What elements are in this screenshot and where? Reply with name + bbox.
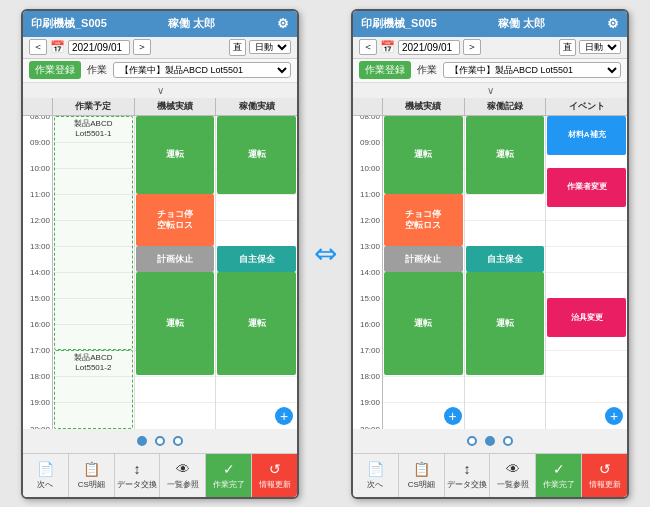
right-phone: 印刷機械_S005 稼働 太郎 ⚙ ＜ 📅 ＞ 直 日動 作業登録 作業 【作業… bbox=[351, 9, 629, 499]
right-gear-icon[interactable]: ⚙ bbox=[607, 16, 619, 31]
left-nav-complete-label: 作業完了 bbox=[213, 479, 245, 490]
left-date-bar: ＜ 📅 ＞ 直 日動 bbox=[23, 37, 297, 59]
t-13: 13:00 bbox=[30, 241, 50, 250]
left-nav-data-label: データ交換 bbox=[117, 479, 157, 490]
right-dots-bar bbox=[353, 429, 627, 453]
left-nav-data[interactable]: ↕ データ交換 bbox=[115, 454, 161, 497]
right-kado-run1: 運転 bbox=[466, 116, 545, 194]
bidirectional-arrow-icon: ⇔ bbox=[314, 237, 337, 270]
right-date-bar: ＜ 📅 ＞ 直 日動 bbox=[353, 37, 627, 59]
left-nav-next-icon: 📄 bbox=[37, 461, 54, 477]
left-gear-icon[interactable]: ⚙ bbox=[277, 16, 289, 31]
left-add-button[interactable]: + bbox=[275, 407, 293, 425]
rt-15: 15:00 bbox=[360, 294, 380, 303]
left-bottom-nav: 📄 次へ 📋 CS明細 ↕ データ交換 👁 一覧参照 ✓ 作業完了 ↺ 情報更 bbox=[23, 453, 297, 497]
left-register-button[interactable]: 作業登録 bbox=[29, 61, 81, 79]
left-nav-update-icon: ↺ bbox=[269, 461, 281, 477]
left-nav-next[interactable]: 📄 次へ bbox=[23, 454, 69, 497]
right-nav-data[interactable]: ↕ データ交換 bbox=[445, 454, 491, 497]
left-action-bar: 作業登録 作業 【作業中】製品ABCD Lot5501 bbox=[23, 59, 297, 83]
right-nav-complete-icon: ✓ bbox=[553, 461, 565, 477]
right-action-label: 作業 bbox=[417, 63, 437, 77]
left-view-select[interactable]: 日動 bbox=[249, 40, 291, 54]
right-register-button[interactable]: 作業登録 bbox=[359, 61, 411, 79]
left-dot-2[interactable] bbox=[155, 436, 165, 446]
rt-14: 14:00 bbox=[360, 268, 380, 277]
left-dot-1[interactable] bbox=[137, 436, 147, 446]
left-nav-list[interactable]: 👁 一覧参照 bbox=[160, 454, 206, 497]
right-col-1: 運転 チョコ停空転ロス 計画休止 運転 + bbox=[383, 116, 465, 429]
right-header: 印刷機械_S005 稼働 太郎 ⚙ bbox=[353, 11, 627, 37]
left-col-1: 製品ABCDLot5501-1 製品ABCDLot5501-2 bbox=[53, 116, 135, 429]
right-dot-3[interactable] bbox=[503, 436, 513, 446]
right-dot-2[interactable] bbox=[485, 436, 495, 446]
right-nav-list-icon: 👁 bbox=[506, 461, 520, 477]
left-task-2: 製品ABCDLot5501-2 bbox=[54, 350, 133, 428]
t-20: 20:00 bbox=[30, 424, 50, 429]
right-action-bar: 作業登録 作業 【作業中】製品ABCD Lot5501 bbox=[353, 59, 627, 83]
right-col1-add-button[interactable]: + bbox=[444, 407, 462, 425]
right-nav-cs[interactable]: 📋 CS明細 bbox=[399, 454, 445, 497]
right-kado-run2: 運転 bbox=[466, 272, 545, 375]
t-18: 18:00 bbox=[30, 372, 50, 381]
left-nav-update[interactable]: ↺ 情報更新 bbox=[252, 454, 297, 497]
left-nav-list-icon: 👁 bbox=[176, 461, 190, 477]
right-expand-icon[interactable]: ∨ bbox=[353, 83, 627, 98]
right-col-header-3: イベント bbox=[546, 98, 627, 115]
right-nav-next-label: 次へ bbox=[367, 479, 383, 490]
t-09: 09:00 bbox=[30, 137, 50, 146]
right-nav-list-label: 一覧参照 bbox=[497, 479, 529, 490]
left-nav-complete[interactable]: ✓ 作業完了 bbox=[206, 454, 252, 497]
left-mach-choco: チョコ停空転ロス bbox=[136, 194, 215, 246]
left-prev-button[interactable]: ＜ bbox=[29, 39, 47, 55]
right-nav-complete[interactable]: ✓ 作業完了 bbox=[536, 454, 582, 497]
right-prev-button[interactable]: ＜ bbox=[359, 39, 377, 55]
left-phone: 印刷機械_S005 稼働 太郎 ⚙ ＜ 📅 ＞ 直 日動 作業登録 作業 【作業… bbox=[21, 9, 299, 499]
right-task-select[interactable]: 【作業中】製品ABCD Lot5501 bbox=[443, 62, 621, 78]
right-col-2: 運転 自主保全 運転 bbox=[465, 116, 547, 429]
left-schedule-area: 作業予定 機械実績 稼働実績 08:00 09:00 10:00 11:00 1… bbox=[23, 98, 297, 429]
left-date-input[interactable] bbox=[68, 40, 130, 55]
right-nav-next[interactable]: 📄 次へ bbox=[353, 454, 399, 497]
right-nav-data-icon: ↕ bbox=[464, 461, 471, 477]
left-action-label: 作業 bbox=[87, 63, 107, 77]
right-nav-next-icon: 📄 bbox=[367, 461, 384, 477]
arrow-container: ⇔ bbox=[307, 237, 343, 270]
right-cal-icon[interactable]: 📅 bbox=[380, 40, 395, 54]
right-time-col-header bbox=[353, 98, 383, 115]
left-nav-list-label: 一覧参照 bbox=[167, 479, 199, 490]
left-task-select[interactable]: 【作業中】製品ABCD Lot5501 bbox=[113, 62, 291, 78]
left-nav-cs-icon: 📋 bbox=[83, 461, 100, 477]
right-next-button[interactable]: ＞ bbox=[463, 39, 481, 55]
right-schedule-header: 機械実績 稼働記録 イベント bbox=[353, 98, 627, 116]
left-col-header-3: 稼働実績 bbox=[216, 98, 297, 115]
right-nav-update[interactable]: ↺ 情報更新 bbox=[582, 454, 627, 497]
left-nav-cs[interactable]: 📋 CS明細 bbox=[69, 454, 115, 497]
left-mach-planned: 計画休止 bbox=[136, 246, 215, 272]
rt-17: 17:00 bbox=[360, 346, 380, 355]
left-nav-data-icon: ↕ bbox=[134, 461, 141, 477]
left-next-button[interactable]: ＞ bbox=[133, 39, 151, 55]
right-date-input[interactable] bbox=[398, 40, 460, 55]
rt-20: 20:00 bbox=[360, 424, 380, 429]
t-14: 14:00 bbox=[30, 268, 50, 277]
left-cal-icon[interactable]: 📅 bbox=[50, 40, 65, 54]
left-dot-3[interactable] bbox=[173, 436, 183, 446]
rt-09: 09:00 bbox=[360, 137, 380, 146]
right-view-select[interactable]: 日動 bbox=[579, 40, 621, 54]
left-col-header-2: 機械実績 bbox=[135, 98, 217, 115]
right-col-header-1: 機械実績 bbox=[383, 98, 465, 115]
left-expand-icon[interactable]: ∨ bbox=[23, 83, 297, 98]
left-task-1: 製品ABCDLot5501-1 bbox=[54, 116, 133, 351]
left-user-name: 稼働 太郎 bbox=[168, 16, 215, 31]
left-machine-title: 印刷機械_S005 bbox=[31, 16, 107, 31]
right-nav-list[interactable]: 👁 一覧参照 bbox=[490, 454, 536, 497]
left-time-col-header bbox=[23, 98, 53, 115]
left-col-3: 運転 自主保全 運転 + bbox=[216, 116, 297, 429]
left-nav-cs-label: CS明細 bbox=[78, 479, 105, 490]
rt-19: 19:00 bbox=[360, 398, 380, 407]
right-mach-run2: 運転 bbox=[384, 272, 463, 375]
right-add-button[interactable]: + bbox=[605, 407, 623, 425]
rt-11: 11:00 bbox=[360, 189, 380, 198]
right-dot-1[interactable] bbox=[467, 436, 477, 446]
